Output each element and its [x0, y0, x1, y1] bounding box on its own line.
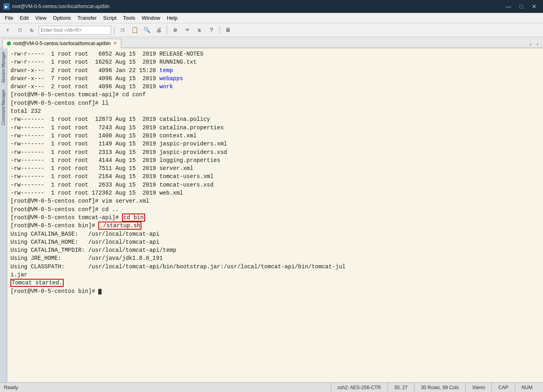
main-area: Session Manager Command Manager -rw-r---…	[0, 48, 543, 382]
separator-1	[114, 26, 114, 34]
tab-prev-button[interactable]: ‹	[528, 42, 534, 48]
sftp-button[interactable]: 🖥	[223, 25, 233, 35]
terminal-line: total 232	[10, 107, 540, 115]
terminal-line: -rw------- 1 root root 2633 Aug 15 2019 …	[10, 181, 540, 189]
window-controls: — □ ✕	[503, 2, 540, 10]
statusbar: Ready ssh2: AES-256-CTR 30, 27 30 Rows, …	[0, 382, 543, 392]
terminal-line: drwxr-x--- 2 root root 4096 Aug 15 2019 …	[10, 83, 540, 91]
menu-script[interactable]: Script	[100, 14, 120, 22]
terminal-line: [root@VM-0-5-centos tomcat-api]# cd conf	[10, 91, 540, 99]
menu-transfer[interactable]: Transfer	[74, 14, 100, 22]
host-input[interactable]	[39, 26, 111, 35]
terminal-line: [root@VM-0-5-centos conf]# vim server.xm…	[10, 197, 540, 205]
terminal-line: -rw-r----- 1 root root 6852 Aug 15 2019 …	[10, 50, 540, 58]
status-position: 30, 27	[388, 383, 414, 392]
duplicate-button[interactable]: ❐	[15, 25, 25, 35]
cd-bin-highlight: cd bin	[122, 214, 145, 222]
minimize-button[interactable]: —	[503, 2, 514, 10]
titlebar: ▶ root@VM-0-5-centos:/usr/local/tomcat-a…	[0, 0, 543, 13]
toolbar: ⚡ ❐ ↻ ❐ 📋 🔍 🖨 ⚙ ⌨ ⇅ ? 🖥	[0, 23, 543, 37]
session-manager-label[interactable]: Session Manager	[1, 48, 6, 86]
paste-button[interactable]: 📋	[129, 25, 140, 35]
status-caps: CAP	[491, 383, 515, 392]
menu-edit[interactable]: Edit	[17, 14, 32, 22]
status-terminal-type: Xterm	[465, 383, 491, 392]
cursor	[98, 289, 102, 295]
settings-button[interactable]: ⚙	[170, 25, 180, 35]
tab-label: root@VM-0-5-centos:/usr/local/tomcat-api…	[13, 41, 111, 46]
terminal-line: drwxr-x--- 7 root root 4096 Aug 15 2019 …	[10, 75, 540, 83]
terminal-line-tomcat-started: Tomcat started.	[10, 279, 540, 287]
left-sidebar: Session Manager Command Manager	[0, 48, 7, 382]
terminal-line: -rw------- 1 root root 1400 Aug 15 2019 …	[10, 132, 540, 140]
print-button[interactable]: 🖨	[153, 25, 164, 35]
menu-help[interactable]: Help	[164, 14, 181, 22]
tabbar: root@VM-0-5-centos:/usr/local/tomcat-api…	[0, 37, 543, 48]
terminal[interactable]: -rw-r----- 1 root root 6852 Aug 15 2019 …	[7, 48, 543, 382]
separator-3	[220, 26, 220, 34]
terminal-line: -rw------- 1 root root 2313 Aug 15 2019 …	[10, 148, 540, 156]
startup-highlight: ./startup.sh	[98, 222, 141, 230]
title-text: root@VM-0-5-centos:/usr/local/tomcat-api…	[12, 4, 503, 9]
menubar: File Edit View Options Transfer Script T…	[0, 13, 543, 23]
copy-button[interactable]: ❐	[117, 25, 128, 35]
close-button[interactable]: ✕	[528, 2, 540, 10]
menu-file[interactable]: File	[2, 14, 17, 22]
menu-view[interactable]: View	[32, 14, 50, 22]
find-button[interactable]: 🔍	[141, 25, 152, 35]
terminal-line: Using CATALINA_TMPDIR: /usr/local/tomcat…	[10, 246, 540, 254]
terminal-line: Using CATALINA_HOME: /usr/local/tomcat-a…	[10, 238, 540, 246]
tomcat-started-highlight: Tomcat started.	[10, 279, 64, 287]
terminal-line-cd-bin: [root@VM-0-5-centos tomcat-api]# cd bin	[10, 214, 540, 222]
tab-close-button[interactable]: ✕	[113, 41, 117, 46]
terminal-line: -rw------- 1 root root 2164 Aug 15 2019 …	[10, 172, 540, 180]
menu-window[interactable]: Window	[139, 14, 164, 22]
maximize-button[interactable]: □	[516, 2, 527, 10]
terminal-line: [root@VM-0-5-centos conf]# ll	[10, 99, 540, 107]
tab-next-button[interactable]: ›	[535, 42, 541, 48]
menu-options[interactable]: Options	[50, 14, 74, 22]
terminal-line: drwxr-x--- 2 root root 4096 Jan 22 15:28…	[10, 66, 540, 75]
menu-tools[interactable]: Tools	[120, 14, 138, 22]
terminal-line: i.jar	[10, 271, 540, 279]
reconnect-button[interactable]: ↻	[27, 25, 37, 35]
terminal-line: -rw------- 1 root root 7243 Aug 15 2019 …	[10, 124, 540, 132]
status-ready: Ready	[4, 385, 331, 390]
new-session-button[interactable]: ⚡	[2, 25, 13, 35]
terminal-line: -rw------- 1 root root 4144 Aug 15 2019 …	[10, 156, 540, 164]
terminal-line: [root@VM-0-5-centos conf]# cd ..	[10, 205, 540, 214]
terminal-line: -rw------- 1 root root 7511 Aug 15 2019 …	[10, 164, 540, 172]
status-dimensions: 30 Rows, 99 Cols	[414, 383, 465, 392]
help-button[interactable]: ?	[206, 25, 217, 35]
status-num: NUM	[515, 383, 539, 392]
terminal-line-prompt: [root@VM-0-5-centos bin]#	[10, 287, 540, 295]
terminal-line: Using CATALINA_BASE: /usr/local/tomcat-a…	[10, 230, 540, 238]
keymap-button[interactable]: ⌨	[182, 25, 193, 35]
app-icon: ▶	[3, 3, 10, 10]
transfer-button[interactable]: ⇅	[194, 25, 205, 35]
terminal-line: -rw------- 1 root root 12873 Aug 15 2019…	[10, 115, 540, 123]
tab-navigation: ‹ ›	[528, 42, 541, 48]
terminal-line: Using JRE_HOME: /usr/java/jdk1.8.0_191	[10, 254, 540, 262]
separator-2	[167, 26, 167, 34]
terminal-line: -rw------- 1 root root 172362 Aug 15 201…	[10, 189, 540, 197]
connection-status-icon	[7, 41, 11, 46]
command-manager-label[interactable]: Command Manager	[1, 86, 6, 128]
status-encryption: ssh2: AES-256-CTR	[331, 383, 388, 392]
active-tab[interactable]: root@VM-0-5-centos:/usr/local/tomcat-api…	[2, 39, 121, 48]
terminal-line: Using CLASSPATH: /usr/local/tomcat-api/b…	[10, 263, 540, 271]
terminal-line: -rw------- 1 root root 1149 Aug 15 2019 …	[10, 140, 540, 148]
terminal-line: -rw-r----- 1 root root 16262 Aug 15 2019…	[10, 58, 540, 66]
terminal-line-startup: [root@VM-0-5-centos bin]# ./startup.sh	[10, 222, 540, 230]
